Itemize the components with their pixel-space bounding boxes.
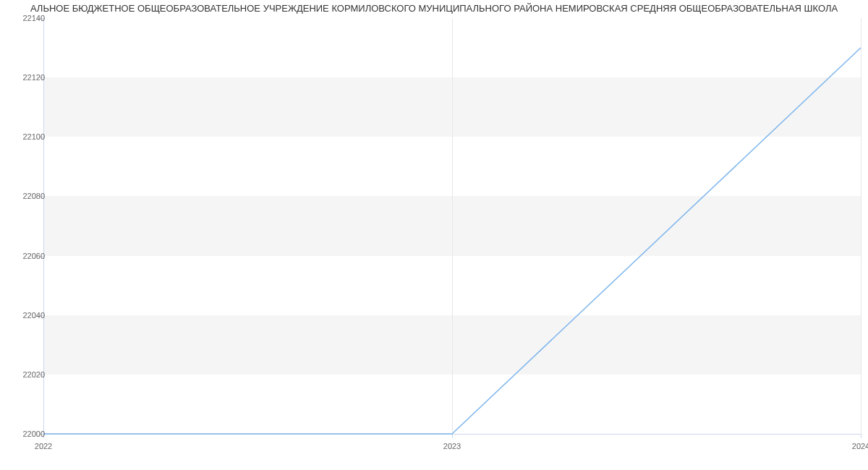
chart-plot: 202220232024 xyxy=(43,18,861,434)
x-tick-label: 2024 xyxy=(852,442,868,450)
y-tick-label: 22100 xyxy=(9,133,45,141)
y-tick-label: 22020 xyxy=(9,371,45,379)
y-tick-label: 22120 xyxy=(9,74,45,82)
line-series-svg xyxy=(43,18,861,434)
y-tick-label: 22080 xyxy=(9,192,45,200)
x-gridline xyxy=(861,18,861,434)
x-tick xyxy=(861,434,861,438)
x-tick-label: 2022 xyxy=(35,442,52,450)
x-tick-label: 2023 xyxy=(443,442,461,450)
series-line xyxy=(43,48,861,434)
y-tick-label: 22060 xyxy=(9,252,45,260)
y-tick-label: 22140 xyxy=(9,14,45,22)
chart-title: АЛЬНОЕ БЮДЖЕТНОЕ ОБЩЕОБРАЗОВАТЕЛЬНОЕ УЧР… xyxy=(0,3,868,14)
y-tick-label: 22040 xyxy=(9,312,45,320)
y-tick-label: 22000 xyxy=(9,430,45,438)
